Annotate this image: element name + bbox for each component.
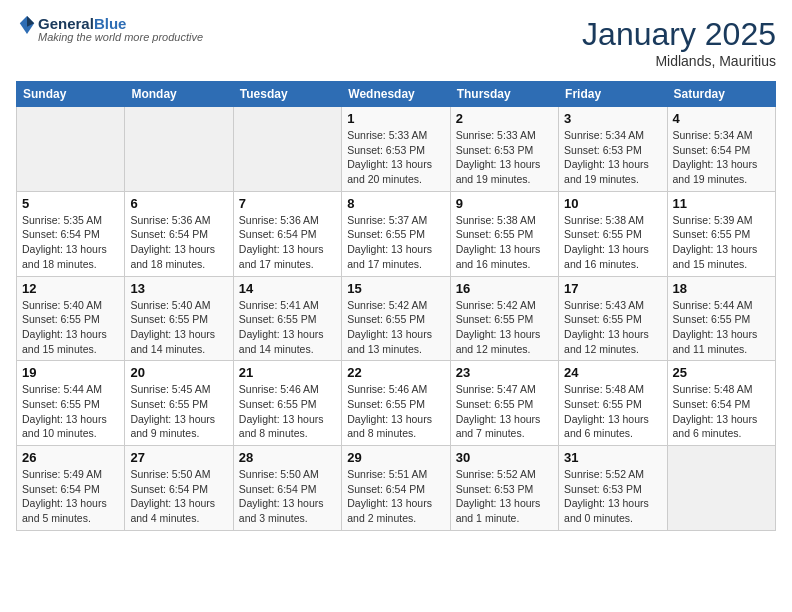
logo: GeneralBlue Making the world more produc… (16, 16, 203, 43)
day-number: 17 (564, 281, 661, 296)
calendar-cell: 28Sunrise: 5:50 AM Sunset: 6:54 PM Dayli… (233, 446, 341, 531)
day-number: 8 (347, 196, 444, 211)
day-info: Sunrise: 5:41 AM Sunset: 6:55 PM Dayligh… (239, 298, 336, 357)
title-block: January 2025 Midlands, Mauritius (582, 16, 776, 69)
calendar-cell: 19Sunrise: 5:44 AM Sunset: 6:55 PM Dayli… (17, 361, 125, 446)
calendar-cell: 2Sunrise: 5:33 AM Sunset: 6:53 PM Daylig… (450, 107, 558, 192)
calendar-cell: 5Sunrise: 5:35 AM Sunset: 6:54 PM Daylig… (17, 191, 125, 276)
day-number: 14 (239, 281, 336, 296)
calendar-cell: 11Sunrise: 5:39 AM Sunset: 6:55 PM Dayli… (667, 191, 775, 276)
day-info: Sunrise: 5:44 AM Sunset: 6:55 PM Dayligh… (22, 382, 119, 441)
calendar-cell: 26Sunrise: 5:49 AM Sunset: 6:54 PM Dayli… (17, 446, 125, 531)
calendar-cell: 18Sunrise: 5:44 AM Sunset: 6:55 PM Dayli… (667, 276, 775, 361)
day-info: Sunrise: 5:48 AM Sunset: 6:55 PM Dayligh… (564, 382, 661, 441)
day-info: Sunrise: 5:50 AM Sunset: 6:54 PM Dayligh… (130, 467, 227, 526)
day-number: 13 (130, 281, 227, 296)
day-number: 7 (239, 196, 336, 211)
calendar-table: SundayMondayTuesdayWednesdayThursdayFrid… (16, 81, 776, 531)
calendar-cell: 10Sunrise: 5:38 AM Sunset: 6:55 PM Dayli… (559, 191, 667, 276)
day-info: Sunrise: 5:46 AM Sunset: 6:55 PM Dayligh… (347, 382, 444, 441)
day-info: Sunrise: 5:38 AM Sunset: 6:55 PM Dayligh… (564, 213, 661, 272)
day-info: Sunrise: 5:42 AM Sunset: 6:55 PM Dayligh… (456, 298, 553, 357)
day-info: Sunrise: 5:33 AM Sunset: 6:53 PM Dayligh… (347, 128, 444, 187)
day-info: Sunrise: 5:40 AM Sunset: 6:55 PM Dayligh… (22, 298, 119, 357)
calendar-cell: 21Sunrise: 5:46 AM Sunset: 6:55 PM Dayli… (233, 361, 341, 446)
day-info: Sunrise: 5:40 AM Sunset: 6:55 PM Dayligh… (130, 298, 227, 357)
dow-header-friday: Friday (559, 82, 667, 107)
calendar-cell: 3Sunrise: 5:34 AM Sunset: 6:53 PM Daylig… (559, 107, 667, 192)
day-number: 26 (22, 450, 119, 465)
day-info: Sunrise: 5:50 AM Sunset: 6:54 PM Dayligh… (239, 467, 336, 526)
day-number: 23 (456, 365, 553, 380)
day-info: Sunrise: 5:52 AM Sunset: 6:53 PM Dayligh… (456, 467, 553, 526)
calendar-cell: 8Sunrise: 5:37 AM Sunset: 6:55 PM Daylig… (342, 191, 450, 276)
calendar-cell: 23Sunrise: 5:47 AM Sunset: 6:55 PM Dayli… (450, 361, 558, 446)
logo-general: General (38, 15, 94, 32)
calendar-cell (125, 107, 233, 192)
day-info: Sunrise: 5:45 AM Sunset: 6:55 PM Dayligh… (130, 382, 227, 441)
day-number: 3 (564, 111, 661, 126)
dow-header-monday: Monday (125, 82, 233, 107)
day-info: Sunrise: 5:38 AM Sunset: 6:55 PM Dayligh… (456, 213, 553, 272)
day-info: Sunrise: 5:39 AM Sunset: 6:55 PM Dayligh… (673, 213, 770, 272)
calendar-cell: 31Sunrise: 5:52 AM Sunset: 6:53 PM Dayli… (559, 446, 667, 531)
day-number: 31 (564, 450, 661, 465)
logo-blue: Blue (94, 15, 127, 32)
calendar-cell: 29Sunrise: 5:51 AM Sunset: 6:54 PM Dayli… (342, 446, 450, 531)
day-info: Sunrise: 5:48 AM Sunset: 6:54 PM Dayligh… (673, 382, 770, 441)
day-number: 30 (456, 450, 553, 465)
day-info: Sunrise: 5:52 AM Sunset: 6:53 PM Dayligh… (564, 467, 661, 526)
calendar-cell: 7Sunrise: 5:36 AM Sunset: 6:54 PM Daylig… (233, 191, 341, 276)
day-number: 4 (673, 111, 770, 126)
calendar-cell: 17Sunrise: 5:43 AM Sunset: 6:55 PM Dayli… (559, 276, 667, 361)
day-info: Sunrise: 5:34 AM Sunset: 6:54 PM Dayligh… (673, 128, 770, 187)
day-number: 25 (673, 365, 770, 380)
day-info: Sunrise: 5:36 AM Sunset: 6:54 PM Dayligh… (239, 213, 336, 272)
day-number: 5 (22, 196, 119, 211)
day-number: 15 (347, 281, 444, 296)
calendar-cell: 1Sunrise: 5:33 AM Sunset: 6:53 PM Daylig… (342, 107, 450, 192)
calendar-cell: 30Sunrise: 5:52 AM Sunset: 6:53 PM Dayli… (450, 446, 558, 531)
day-number: 9 (456, 196, 553, 211)
calendar-cell (233, 107, 341, 192)
day-info: Sunrise: 5:33 AM Sunset: 6:53 PM Dayligh… (456, 128, 553, 187)
day-number: 6 (130, 196, 227, 211)
calendar-cell: 14Sunrise: 5:41 AM Sunset: 6:55 PM Dayli… (233, 276, 341, 361)
day-number: 19 (22, 365, 119, 380)
day-info: Sunrise: 5:34 AM Sunset: 6:53 PM Dayligh… (564, 128, 661, 187)
calendar-cell: 16Sunrise: 5:42 AM Sunset: 6:55 PM Dayli… (450, 276, 558, 361)
logo-icon (18, 14, 36, 36)
calendar-cell: 9Sunrise: 5:38 AM Sunset: 6:55 PM Daylig… (450, 191, 558, 276)
day-number: 1 (347, 111, 444, 126)
day-info: Sunrise: 5:44 AM Sunset: 6:55 PM Dayligh… (673, 298, 770, 357)
day-number: 20 (130, 365, 227, 380)
calendar-cell: 6Sunrise: 5:36 AM Sunset: 6:54 PM Daylig… (125, 191, 233, 276)
day-number: 28 (239, 450, 336, 465)
page-header: GeneralBlue Making the world more produc… (16, 16, 776, 69)
calendar-cell: 24Sunrise: 5:48 AM Sunset: 6:55 PM Dayli… (559, 361, 667, 446)
calendar-cell: 20Sunrise: 5:45 AM Sunset: 6:55 PM Dayli… (125, 361, 233, 446)
calendar-cell: 27Sunrise: 5:50 AM Sunset: 6:54 PM Dayli… (125, 446, 233, 531)
month-title: January 2025 (582, 16, 776, 53)
calendar-cell: 25Sunrise: 5:48 AM Sunset: 6:54 PM Dayli… (667, 361, 775, 446)
dow-header-sunday: Sunday (17, 82, 125, 107)
day-number: 2 (456, 111, 553, 126)
day-info: Sunrise: 5:49 AM Sunset: 6:54 PM Dayligh… (22, 467, 119, 526)
dow-header-thursday: Thursday (450, 82, 558, 107)
day-number: 18 (673, 281, 770, 296)
calendar-cell: 13Sunrise: 5:40 AM Sunset: 6:55 PM Dayli… (125, 276, 233, 361)
day-info: Sunrise: 5:37 AM Sunset: 6:55 PM Dayligh… (347, 213, 444, 272)
dow-header-saturday: Saturday (667, 82, 775, 107)
day-number: 11 (673, 196, 770, 211)
day-number: 29 (347, 450, 444, 465)
day-info: Sunrise: 5:47 AM Sunset: 6:55 PM Dayligh… (456, 382, 553, 441)
day-number: 10 (564, 196, 661, 211)
day-info: Sunrise: 5:46 AM Sunset: 6:55 PM Dayligh… (239, 382, 336, 441)
day-info: Sunrise: 5:36 AM Sunset: 6:54 PM Dayligh… (130, 213, 227, 272)
day-info: Sunrise: 5:42 AM Sunset: 6:55 PM Dayligh… (347, 298, 444, 357)
calendar-cell: 15Sunrise: 5:42 AM Sunset: 6:55 PM Dayli… (342, 276, 450, 361)
day-number: 22 (347, 365, 444, 380)
calendar-cell: 4Sunrise: 5:34 AM Sunset: 6:54 PM Daylig… (667, 107, 775, 192)
calendar-cell (667, 446, 775, 531)
calendar-cell: 12Sunrise: 5:40 AM Sunset: 6:55 PM Dayli… (17, 276, 125, 361)
